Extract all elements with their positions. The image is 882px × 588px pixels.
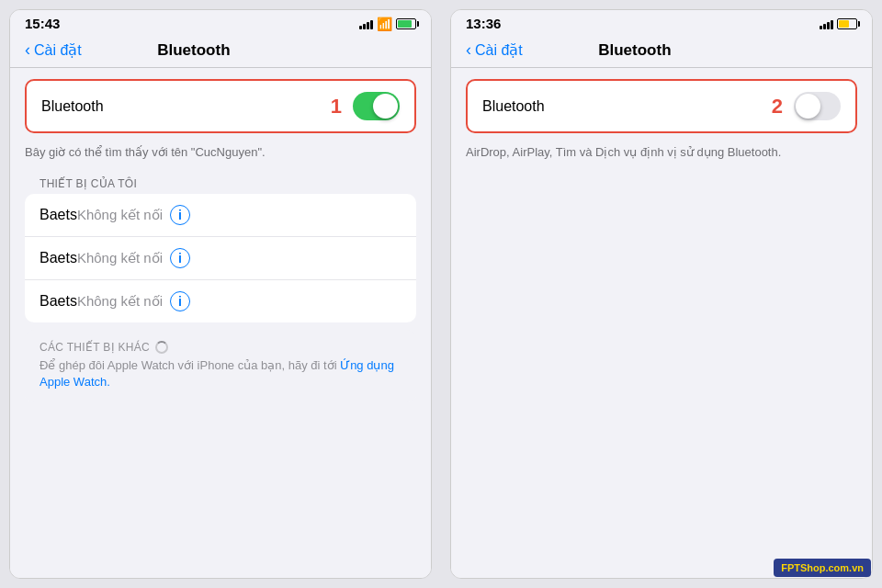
- info-btn-1[interactable]: i: [170, 205, 190, 225]
- status-time-1: 15:43: [25, 16, 60, 31]
- device-status-3: Không kết nối: [77, 293, 163, 310]
- bluetooth-row-1: Bluetooth 1: [27, 81, 414, 131]
- device-row-1[interactable]: Baets Không kết nối i: [25, 194, 416, 237]
- content-2: Bluetooth 2 AirDrop, AirPlay, Tìm và Dịc…: [451, 68, 872, 578]
- device-row-3[interactable]: Baets Không kết nối i: [25, 280, 416, 322]
- info-btn-2[interactable]: i: [170, 248, 190, 268]
- my-devices-header: THIẾT BỊ CỦA TÔI: [10, 170, 431, 194]
- settings-section-1: Bluetooth 1 Bây giờ có thể tìm thấy với …: [10, 79, 431, 402]
- battery-fill-2: [839, 20, 849, 28]
- nav-title-1: Bluetooth: [27, 41, 361, 60]
- status-bar-2: 13:36: [451, 10, 872, 35]
- status-icons-2: [820, 18, 857, 29]
- signal-bars-2: [820, 18, 833, 29]
- device-status-1: Không kết nối: [77, 207, 163, 223]
- nav-bar-1: ‹ Cài đặt Bluetooth: [10, 35, 431, 68]
- bluetooth-label-1: Bluetooth: [41, 98, 331, 115]
- signal-bars-1: [359, 18, 373, 29]
- bluetooth-toggle-2[interactable]: [794, 92, 841, 120]
- phone-1: 15:43 📶 ‹ Cài đặt Bluetooth: [9, 9, 432, 579]
- wifi-icon: 📶: [377, 17, 392, 31]
- phone-2: 13:36 ‹ Cài đặt Bluetooth: [450, 9, 873, 579]
- bluetooth-desc-1: Bây giờ có thể tìm thấy với tên "CucNguy…: [10, 141, 431, 170]
- device-status-2: Không kết nối: [77, 250, 163, 266]
- device-name-3: Baets: [40, 293, 77, 310]
- battery-icon-1: [396, 18, 416, 29]
- content-1: Bluetooth 1 Bây giờ có thể tìm thấy với …: [10, 68, 431, 578]
- badge-1: 1: [331, 95, 342, 119]
- settings-section-2: Bluetooth 2 AirDrop, AirPlay, Tìm và Dịc…: [451, 79, 872, 170]
- watermark-suffix: Shop.com.vn: [800, 562, 864, 573]
- watermark: FPTShop.com.vn: [774, 559, 871, 577]
- info-btn-3[interactable]: i: [170, 291, 190, 311]
- toggle-thumb-2: [796, 94, 820, 119]
- other-devices-desc: Để ghép đôi Apple Watch với iPhone của b…: [40, 357, 401, 390]
- other-devices-title: CÁC THIẾT BỊ KHÁC: [40, 341, 150, 354]
- other-devices-section: CÁC THIẾT BỊ KHÁC Để ghép đôi Apple Watc…: [25, 330, 416, 401]
- bluetooth-group-2: Bluetooth 2: [466, 79, 857, 133]
- nav-bar-2: ‹ Cài đặt Bluetooth: [451, 35, 872, 68]
- device-name-2: Baets: [40, 250, 77, 266]
- battery-icon-2: [837, 18, 857, 29]
- status-time-2: 13:36: [466, 16, 501, 31]
- devices-group-1: Baets Không kết nối i Baets Không kết nố…: [25, 194, 416, 322]
- bluetooth-desc-2: AirDrop, AirPlay, Tìm và Dịch vụ định vị…: [451, 141, 872, 170]
- battery-fill-1: [398, 20, 412, 28]
- bluetooth-row-2: Bluetooth 2: [468, 81, 855, 131]
- device-row-2[interactable]: Baets Không kết nối i: [25, 237, 416, 280]
- watermark-brand: FPT: [781, 562, 800, 573]
- status-bar-1: 15:43 📶: [10, 10, 431, 35]
- nav-title-2: Bluetooth: [468, 41, 802, 60]
- device-name-1: Baets: [40, 207, 77, 223]
- status-icons-1: 📶: [359, 17, 416, 31]
- other-devices-text: Để ghép đôi Apple Watch với iPhone của b…: [40, 358, 340, 372]
- badge-2: 2: [772, 95, 783, 119]
- bluetooth-group-1: Bluetooth 1: [25, 79, 416, 133]
- other-devices-header: CÁC THIẾT BỊ KHÁC: [40, 341, 401, 354]
- bluetooth-toggle-1[interactable]: [353, 92, 400, 120]
- toggle-thumb-1: [373, 94, 398, 119]
- bluetooth-label-2: Bluetooth: [482, 98, 772, 115]
- spinner-icon: [155, 341, 168, 354]
